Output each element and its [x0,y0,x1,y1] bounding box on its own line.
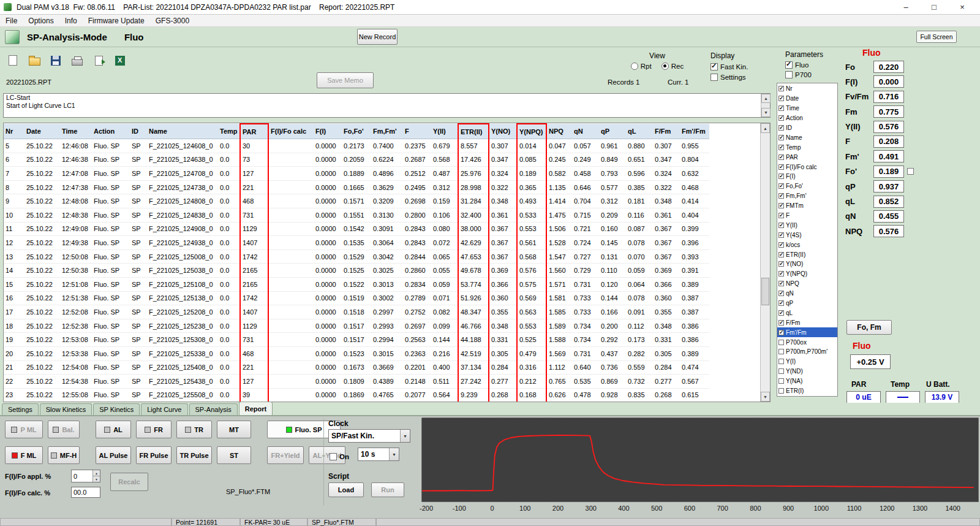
column-header-fo-fo[interactable]: Fo,Fo' [342,124,371,139]
checkbox-icon[interactable] [778,281,784,286]
column-header-action[interactable]: Action [92,124,130,139]
param-item-nr[interactable]: Nr [777,84,837,94]
tab-settings[interactable]: Settings [2,403,39,415]
tab-light-curve[interactable]: Light Curve [141,403,187,415]
checkbox-icon[interactable] [778,261,784,267]
checkbox-icon[interactable] [778,271,784,276]
button-al[interactable]: AL [96,421,131,438]
tab-sp-analysis[interactable]: SP-Analysis [189,403,238,415]
column-header-id[interactable]: ID [130,124,147,139]
minimize-button[interactable]: – [892,0,920,14]
table-row-11[interactable]: 1125.10.2212:49:08Fluo. SPSPF_221025_124… [4,222,709,236]
checkbox-icon[interactable] [778,388,784,394]
table-row-22[interactable]: 2225.10.2212:54:38Fluo. SPSPF_221025_125… [4,375,709,389]
fo-prime-checkbox[interactable] [907,168,914,175]
checkbox-icon[interactable] [778,340,784,345]
column-header-y-npq[interactable]: Y(NPQ) [517,124,546,139]
param-item-name[interactable]: Name [777,132,837,142]
param-item-f-i[interactable]: F(I) [777,172,837,181]
new-record-button[interactable]: New Record [357,29,398,45]
table-row-6[interactable]: 625.10.2212:46:38Fluo. SPSPF_221025_1246… [4,153,709,167]
param-item-p700m-p700m[interactable]: P700m,P700m' [777,347,837,357]
param-item-f-fm[interactable]: F/Fm [777,318,837,327]
tab-sp-kinetics[interactable]: SP Kinetics [93,403,140,415]
column-header-fm-fm[interactable]: Fm'/Fm [680,124,709,139]
table-row-21[interactable]: 2125.10.2212:54:08Fluo. SPSPF_221025_125… [4,360,709,375]
close-button[interactable]: × [948,0,976,14]
button-st[interactable]: ST [217,446,251,464]
fo-fm-button[interactable]: Fo, Fm [846,320,892,335]
maximize-button[interactable]: □ [920,0,948,14]
memo-scroll-up-icon[interactable]: ▲ [761,94,771,103]
fast-kin-checkbox[interactable] [710,63,718,71]
menu-options[interactable]: Options [23,16,59,26]
button-p-ml[interactable]: P ML [5,421,43,438]
checkbox-icon[interactable] [778,223,784,228]
chevron-down-icon[interactable]: ▼ [400,430,410,442]
button-fr-yield[interactable]: FR+Yield [267,446,304,464]
fo-appl-spinner[interactable]: 0 ▲ ▼ [71,470,100,482]
param-item-ql[interactable]: qL [777,308,837,318]
param-item-y-npq[interactable]: Y(NPQ) [777,269,837,279]
table-row-17[interactable]: 1725.10.2212:52:08Fluo. SPSPF_221025_125… [4,305,709,319]
checkbox-icon[interactable] [778,125,784,131]
checkbox-icon[interactable] [778,173,784,179]
param-item-fo-fo[interactable]: Fo,Fo' [777,181,837,191]
param-item-y-nd[interactable]: Y(ND) [777,367,837,376]
radio-rec[interactable] [662,63,669,70]
clock-on-checkbox[interactable] [330,453,337,460]
tab-report[interactable]: Report [239,402,273,415]
tab-slow-kinetics[interactable]: Slow Kinetics [40,403,92,415]
spin-up-icon[interactable]: ▲ [92,470,100,476]
column-header-ql[interactable]: qL [626,124,653,139]
column-header-f-fm[interactable]: F/Fm [653,124,680,139]
column-header-etr-ii[interactable]: ETR(II) [458,124,489,139]
column-header-qn[interactable]: qN [572,124,599,139]
button-mf-h[interactable]: MF-H [48,446,80,464]
param-item-etr-i[interactable]: ETR(I) [777,386,837,396]
table-row-8[interactable]: 825.10.2212:47:38Fluo. SPSPF_221025_1247… [4,180,709,194]
column-header-temp[interactable]: Temp [218,124,240,139]
checkbox-icon[interactable] [778,105,784,111]
memo-scrollbar[interactable]: ▲ ▼ [761,94,770,117]
param-item-y-4s[interactable]: Y(4S) [777,230,837,240]
checkbox-icon[interactable] [778,349,784,354]
menu-firmware-update[interactable]: Firmware Update [83,16,150,26]
checkbox-icon[interactable] [778,359,784,364]
param-item-par[interactable]: PAR [777,152,837,162]
column-header-name[interactable]: Name [147,124,218,139]
excel-icon[interactable] [112,53,128,68]
params-fluo-checkbox[interactable] [785,61,793,69]
table-row-20[interactable]: 2025.10.2212:53:38Fluo. SPSPF_221025_125… [4,346,709,360]
column-header-date[interactable]: Date [24,124,60,139]
table-row-7[interactable]: 725.10.2212:47:08Fluo. SPSPF_221025_1247… [4,167,709,181]
checkbox-icon[interactable] [778,310,784,316]
table-row-13[interactable]: 1325.10.2212:50:08Fluo. SPSPF_221025_125… [4,250,709,264]
checkbox-icon[interactable] [778,213,784,218]
recalc-button[interactable]: Recalc [110,473,148,491]
table-row-9[interactable]: 925.10.2212:48:08Fluo. SPSPF_221025_1248… [4,194,709,208]
params-p700-checkbox[interactable] [785,71,793,78]
scroll-down-icon[interactable]: ▼ [761,392,770,402]
param-item-p700ox[interactable]: P700ox [777,337,837,347]
memo-scroll-down-icon[interactable]: ▼ [761,108,771,117]
button-mt[interactable]: MT [217,421,251,438]
button-fr-pulse[interactable]: FR Pulse [136,446,172,464]
column-header-f-i-fo-calc[interactable]: F(I)/Fo calc [268,124,314,139]
param-item-fm-fm[interactable]: Fm,Fm' [777,191,837,201]
checkbox-icon[interactable] [778,154,784,160]
column-header-npq[interactable]: NPQ [546,124,572,139]
table-row-16[interactable]: 1625.10.2212:51:38Fluo. SPSPF_221025_125… [4,291,709,305]
print-icon[interactable] [69,53,85,68]
checkbox-icon[interactable] [778,330,784,335]
radio-rpt[interactable] [631,63,638,70]
checkbox-icon[interactable] [778,300,784,306]
column-header-par[interactable]: PAR [240,124,268,139]
checkbox-icon[interactable] [778,242,784,248]
export-icon[interactable] [91,53,107,68]
settings-checkbox[interactable] [710,74,718,81]
checkbox-icon[interactable] [778,193,784,199]
checkbox-icon[interactable] [778,291,784,296]
param-item-y-na[interactable]: Y(NA) [777,376,837,386]
param-item-qn[interactable]: qN [777,289,837,299]
